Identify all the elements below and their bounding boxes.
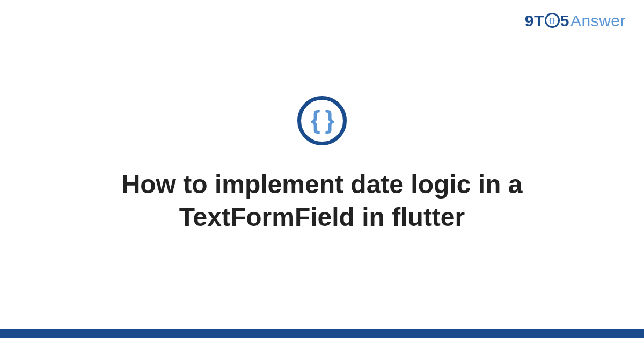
- braces-glyph: { }: [311, 107, 334, 132]
- main-content: { } How to implement date logic in a Tex…: [0, 0, 644, 329]
- bottom-accent-bar: [0, 329, 644, 338]
- page-title: How to implement date logic in a TextFor…: [59, 168, 585, 234]
- code-braces-icon: { }: [297, 96, 347, 145]
